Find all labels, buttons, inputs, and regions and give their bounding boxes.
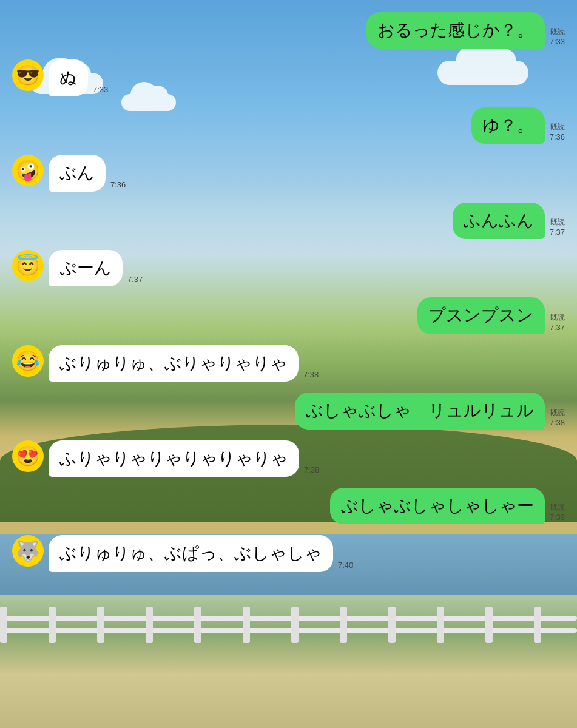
avatar-8: 😂 — [12, 345, 44, 377]
time-6: 7:37 — [127, 275, 143, 284]
read-label-11: 既読 — [550, 502, 565, 513]
message-row-10: 😍ふりゃりゃりゃりゃりゃりゃ7:38 — [12, 440, 568, 477]
message-row-9: 既読7:38ぶしゃぶしゃ リュルリュル — [9, 393, 565, 429]
meta-5: 既読7:37 — [550, 217, 565, 237]
bubble-6: ぷーん — [49, 250, 123, 286]
bubble-8: ぶりゅりゅ、ぶりゃりゃりゃ — [49, 345, 299, 382]
time-5: 7:37 — [550, 228, 565, 237]
meta-11: 既読7:39 — [550, 502, 565, 522]
bubble-2: ぬ — [49, 59, 88, 96]
message-row-5: 既読7:37ふんふん — [9, 203, 565, 239]
chat-container: 既読7:33おるった感じか？。😎ぬ7:33既読7:36ゆ？。🤪ぶん7:36既読7… — [0, 0, 577, 728]
read-label-1: 既読 — [550, 27, 565, 37]
time-8: 7:38 — [303, 370, 319, 379]
meta-10: 7:38 — [304, 465, 319, 474]
avatar-2: 😎 — [12, 59, 44, 91]
time-4: 7:36 — [110, 180, 126, 189]
bubble-10: ふりゃりゃりゃりゃりゃりゃ — [49, 440, 299, 477]
message-row-8: 😂ぶりゅりゅ、ぶりゃりゃりゃ7:38 — [12, 345, 568, 382]
message-row-6: 😇ぷーん7:37 — [12, 250, 568, 286]
meta-1: 既読7:33 — [550, 27, 565, 46]
read-label-7: 既読 — [550, 312, 565, 323]
meta-6: 7:37 — [127, 275, 143, 284]
read-label-5: 既読 — [550, 217, 565, 228]
meta-2: 7:33 — [93, 85, 108, 94]
meta-4: 7:36 — [110, 180, 126, 189]
meta-12: 7:40 — [338, 561, 353, 570]
avatar-12: 🐺 — [12, 535, 44, 567]
meta-3: 既読7:36 — [550, 122, 565, 141]
time-7: 7:37 — [550, 323, 565, 332]
bubble-1: おるった感じか？。 — [366, 12, 545, 49]
avatar-10: 😍 — [12, 440, 44, 472]
time-12: 7:40 — [338, 561, 353, 570]
time-11: 7:39 — [550, 513, 565, 522]
message-row-2: 😎ぬ7:33 — [12, 59, 568, 96]
time-10: 7:38 — [304, 465, 319, 474]
time-9: 7:38 — [550, 418, 565, 427]
time-3: 7:36 — [550, 132, 565, 141]
message-row-12: 🐺ぶりゅりゅ、ぶぱっ、ぶしゃしゃ7:40 — [12, 535, 568, 571]
meta-7: 既読7:37 — [550, 312, 565, 332]
avatar-4: 🤪 — [12, 155, 44, 186]
bubble-11: ぶしゃぶしゃしゃしゃー — [330, 488, 545, 524]
bubble-12: ぶりゅりゅ、ぶぱっ、ぶしゃしゃ — [49, 535, 333, 571]
time-2: 7:33 — [93, 85, 108, 94]
read-label-3: 既読 — [550, 122, 565, 132]
bubble-3: ゆ？。 — [471, 107, 545, 144]
message-row-1: 既読7:33おるった感じか？。 — [9, 12, 565, 49]
bubble-9: ぶしゃぶしゃ リュルリュル — [295, 393, 545, 429]
message-row-11: 既読7:39ぶしゃぶしゃしゃしゃー — [9, 488, 565, 524]
meta-9: 既読7:38 — [550, 408, 565, 427]
read-label-9: 既読 — [550, 408, 565, 418]
bubble-5: ふんふん — [453, 203, 545, 239]
avatar-6: 😇 — [12, 250, 44, 281]
message-row-3: 既読7:36ゆ？。 — [9, 107, 565, 144]
message-row-7: 既読7:37プスンプスン — [9, 297, 565, 334]
meta-8: 7:38 — [303, 370, 319, 379]
time-1: 7:33 — [550, 37, 565, 46]
message-row-4: 🤪ぶん7:36 — [12, 155, 568, 191]
bubble-4: ぶん — [49, 155, 106, 191]
bubble-7: プスンプスン — [417, 297, 545, 334]
